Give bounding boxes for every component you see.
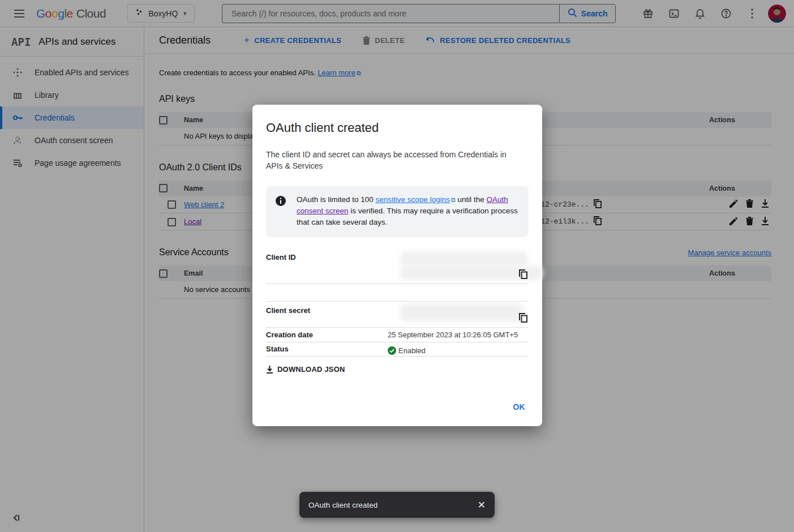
- info-banner: OAuth is limited to 100 sensitive scope …: [266, 186, 529, 237]
- client-id-row: Client ID: [266, 248, 529, 284]
- status-value: Enabled: [388, 342, 529, 356]
- check-circle-icon: [388, 346, 396, 355]
- client-secret-label: Client secret: [266, 302, 388, 327]
- copy-client-id-icon[interactable]: [519, 269, 527, 281]
- external-link-icon: ⧉: [451, 194, 456, 205]
- status-text: Enabled: [398, 346, 426, 355]
- client-id-label: Client ID: [266, 248, 388, 284]
- copy-client-secret-icon[interactable]: [519, 313, 527, 325]
- client-secret-value-redacted: [388, 302, 529, 327]
- client-secret-row: Client secret: [266, 302, 529, 328]
- client-id-value-redacted: [388, 248, 529, 284]
- download-json-label: DOWNLOAD JSON: [277, 365, 345, 374]
- info-text: OAuth is limited to 100 sensitive scope …: [297, 194, 520, 228]
- download-json-button[interactable]: DOWNLOAD JSON: [266, 365, 345, 374]
- status-label: Status: [266, 342, 388, 356]
- ok-button[interactable]: OK: [513, 402, 525, 411]
- info-text-part: OAuth is limited to 100: [297, 195, 376, 204]
- creation-date-value: 25 September 2023 at 10:26:05 GMT+5: [388, 328, 529, 342]
- toast-message: OAuth client created: [308, 501, 377, 509]
- creation-date-label: Creation date: [266, 328, 388, 342]
- creation-date-row: Creation date 25 September 2023 at 10:26…: [266, 328, 529, 342]
- dialog-subtitle: The client ID and secret can always be a…: [266, 149, 521, 171]
- oauth-client-created-dialog: OAuth client created The client ID and s…: [252, 105, 542, 426]
- info-icon: [275, 195, 286, 228]
- dialog-title: OAuth client created: [266, 121, 529, 135]
- status-row: Status Enabled: [266, 342, 529, 357]
- link-label: sensitive scope logins: [376, 195, 450, 204]
- toast-notification: OAuth client created ✕: [299, 492, 495, 518]
- redacted-value: [400, 303, 523, 321]
- redacted-value: [400, 251, 528, 266]
- sensitive-scope-logins-link[interactable]: sensitive scope logins⧉: [376, 195, 456, 204]
- info-text-part: until the: [456, 195, 487, 204]
- row-spacer: [266, 284, 529, 302]
- toast-close-icon[interactable]: ✕: [478, 500, 486, 510]
- download-icon: [266, 366, 273, 374]
